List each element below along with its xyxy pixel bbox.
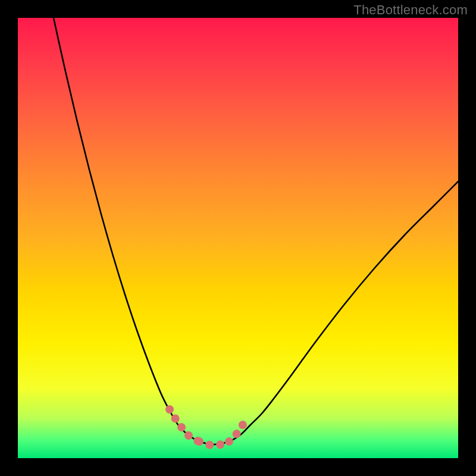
plot-area <box>18 18 458 458</box>
curve-right-curve <box>232 181 458 440</box>
curve-left-curve <box>54 18 196 440</box>
highlight-left-dip <box>170 409 199 441</box>
highlight-segment <box>170 409 243 445</box>
watermark-text: TheBottleneck.com <box>353 2 468 18</box>
curve-layer <box>18 18 458 458</box>
highlight-right-dip <box>229 425 243 441</box>
chart-stage: TheBottleneck.com <box>0 0 476 476</box>
bottleneck-curve <box>54 18 458 444</box>
